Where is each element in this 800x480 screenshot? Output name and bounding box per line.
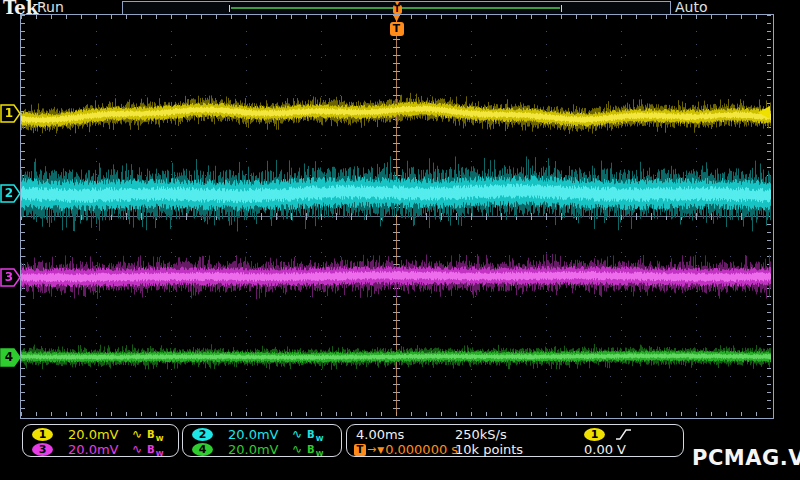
record-length: 10k points <box>455 442 523 457</box>
channel-2-readout[interactable]: 2 20.0mV ∿BW <box>183 427 341 442</box>
horizontal-readout-row: 4.00ms 250kS/s 1 <box>347 427 683 442</box>
channel-1-scale: 20.0mV <box>68 427 126 442</box>
channel-4-coupling: ∿BW <box>292 442 324 458</box>
trigger-readout-row: T→▼0.000000 s 10k points 0.00 V <box>347 442 683 457</box>
ac-coupling-icon: ∿ <box>132 442 143 456</box>
down-triangle-icon: ▼ <box>377 445 384 455</box>
channel-1-coupling: ∿BW <box>132 427 164 443</box>
channel-4-readout[interactable]: 4 20.0mV ∿BW <box>183 442 341 457</box>
down-triangle-icon: ▼ <box>388 15 405 22</box>
channel-2-badge[interactable]: 2 <box>192 428 213 441</box>
channel-3-marker[interactable]: 3 <box>0 268 22 287</box>
trigger-source-badge[interactable]: 1 <box>584 428 605 441</box>
right-arrow-icon: → <box>367 443 376 456</box>
trigger-level[interactable]: 0.00 V <box>584 442 626 457</box>
time-per-div[interactable]: 4.00ms <box>356 427 404 442</box>
waveform-canvas <box>21 15 771 416</box>
oscilloscope-screen: Tek Run ▼ T Auto ▼ T 1 2 3 4 <box>0 0 800 480</box>
channel-2-coupling: ∿BW <box>292 427 324 443</box>
acquisition-status: Run <box>37 0 64 15</box>
sample-rate: 250kS/s <box>455 427 507 442</box>
trigger-t-icon: T <box>393 5 402 14</box>
trigger-mode-label: Auto <box>675 0 708 15</box>
rising-edge-slope-icon <box>615 428 632 441</box>
channel-4-scale: 20.0mV <box>228 442 286 457</box>
ac-coupling-icon: ∿ <box>132 427 143 441</box>
channel-1-readout[interactable]: 1 20.0mV ∿BW <box>23 427 178 442</box>
ac-coupling-icon: ∿ <box>292 442 303 456</box>
channel-3-marker-label: 3 <box>3 270 15 285</box>
record-trigger-marker-icon: ▼ T <box>389 1 405 14</box>
watermark: PCMAG.VN <box>692 446 800 470</box>
bandwidth-limit-icon: BW <box>147 444 164 455</box>
trigger-level-arrow[interactable] <box>757 105 771 120</box>
bandwidth-limit-icon: BW <box>307 429 324 440</box>
horizontal-trigger-readout-box: 4.00ms 250kS/s 1 T→▼0.000000 s 10k point… <box>346 424 684 457</box>
trigger-position-time: 0.000000 s <box>385 442 458 457</box>
channel-1-badge[interactable]: 1 <box>32 428 53 441</box>
trigger-t-icon: T <box>390 22 404 36</box>
channel-1-marker-label: 1 <box>3 106 15 121</box>
channel-3-badge[interactable]: 3 <box>32 443 53 456</box>
ac-coupling-icon: ∿ <box>292 427 303 441</box>
channel-4-badge[interactable]: 4 <box>192 443 213 456</box>
trigger-position-readout[interactable]: T→▼0.000000 s <box>354 442 458 457</box>
channel-3-coupling: ∿BW <box>132 442 164 458</box>
channel-readout-box-2-4: 2 20.0mV ∿BW 4 20.0mV ∿BW <box>182 424 342 457</box>
channel-3-readout[interactable]: 3 20.0mV ∿BW <box>23 442 178 457</box>
record-end-bracket <box>561 5 562 12</box>
trigger-t-icon: T <box>354 444 366 456</box>
channel-2-marker-label: 2 <box>3 186 15 201</box>
channel-4-marker[interactable]: 4 <box>0 348 22 367</box>
trigger-position-marker[interactable]: ▼ T <box>388 15 405 36</box>
channel-2-scale: 20.0mV <box>228 427 286 442</box>
channel-3-scale: 20.0mV <box>68 442 126 457</box>
channel-1-marker[interactable]: 1 <box>0 104 22 123</box>
bandwidth-limit-icon: BW <box>307 444 324 455</box>
bandwidth-limit-icon: BW <box>147 429 164 440</box>
channel-readout-box-1-3: 1 20.0mV ∿BW 3 20.0mV ∿BW <box>22 424 179 457</box>
record-start-bracket <box>229 5 230 12</box>
channel-4-marker-label: 4 <box>3 350 15 365</box>
graticule <box>20 14 774 419</box>
channel-2-marker[interactable]: 2 <box>0 184 22 203</box>
